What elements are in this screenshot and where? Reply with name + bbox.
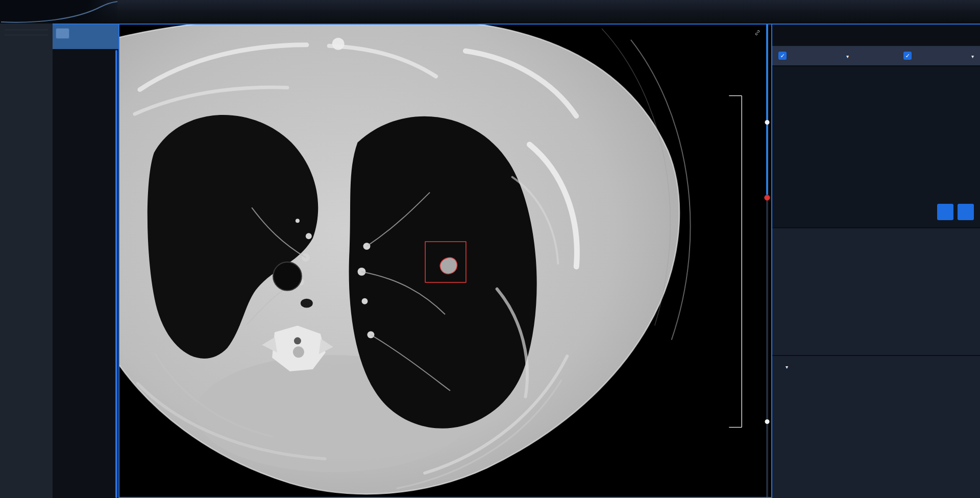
report-button[interactable]	[937, 204, 953, 220]
study-info-overlay	[754, 28, 761, 36]
link-icon[interactable]	[754, 29, 761, 36]
nodule-contour	[440, 257, 457, 274]
guideline-dropdown[interactable]: ▾	[783, 362, 788, 370]
open-study-button[interactable]	[56, 28, 69, 39]
ct-viewport[interactable]	[118, 23, 772, 498]
sort-dropdown[interactable]: ▾	[969, 52, 974, 60]
thumbnail-scrollbar[interactable]	[115, 50, 117, 498]
top-toolbar	[0, 0, 980, 23]
logo-swoosh	[0, 0, 117, 23]
findings-section	[772, 227, 980, 355]
app-logo	[0, 0, 117, 23]
save-button[interactable]	[958, 204, 974, 220]
nodule-filter-bar: ✓ ▾ ✓ ▾	[772, 46, 980, 65]
chevron-down-icon: ▾	[846, 54, 849, 59]
nodule-marker-im41[interactable]	[765, 120, 769, 125]
study-header	[53, 25, 118, 49]
density-dropdown[interactable]: ▾	[844, 52, 849, 60]
left-tool-sidebar	[0, 23, 53, 498]
findings-panel: ✓ ▾ ✓ ▾ ▾	[772, 23, 980, 498]
ct-image	[119, 25, 771, 497]
select-all-checkbox[interactable]: ✓	[778, 52, 787, 60]
slice-scrollbar[interactable]	[765, 25, 769, 497]
series-thumbnail-panel	[53, 23, 118, 498]
chevron-down-icon: ▾	[971, 54, 974, 59]
findings-tabs	[772, 25, 980, 46]
micro-nodule-checkbox[interactable]: ✓	[903, 52, 912, 60]
advice-section: ▾	[772, 355, 980, 498]
current-slice-marker[interactable]	[764, 195, 770, 201]
nodule-marker-im184[interactable]	[765, 419, 769, 424]
chevron-down-icon: ▾	[786, 364, 788, 370]
